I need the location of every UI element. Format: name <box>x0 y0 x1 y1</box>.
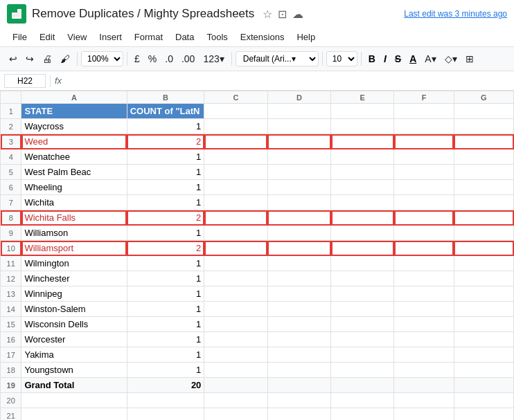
cell-empty-15-4[interactable] <box>454 317 513 332</box>
cell-b-4[interactable]: 1 <box>127 149 204 165</box>
cell-empty-3-1[interactable] <box>267 134 330 149</box>
cell-empty-7-2[interactable] <box>331 195 394 210</box>
cell-a-19[interactable]: Grand Total <box>21 378 127 393</box>
cell-empty-14-3[interactable] <box>394 302 454 317</box>
font-size-select[interactable]: 10 <box>326 51 357 66</box>
cell-empty-13-4[interactable] <box>454 286 513 302</box>
cell-empty-8-1[interactable] <box>267 210 330 226</box>
cell-empty-20-0[interactable] <box>204 393 267 408</box>
cell-empty-2-1[interactable] <box>267 119 330 134</box>
col-header-b[interactable]: B <box>127 91 204 104</box>
cell-empty-12-1[interactable] <box>267 271 330 286</box>
cell-empty-18-0[interactable] <box>204 363 267 378</box>
cell-empty-14-1[interactable] <box>267 302 330 317</box>
cell-empty-15-2[interactable] <box>331 317 394 332</box>
cell-b-16[interactable]: 1 <box>127 332 204 347</box>
cell-a-7[interactable]: Wichita <box>21 195 127 210</box>
menu-tools[interactable]: Tools <box>201 29 233 45</box>
cell-empty-7-3[interactable] <box>394 195 454 210</box>
cell-empty-8-3[interactable] <box>394 210 454 226</box>
cell-a-16[interactable]: Worcester <box>21 332 127 347</box>
cell-a-3[interactable]: Weed <box>21 134 127 149</box>
cell-empty-12-0[interactable] <box>204 271 267 286</box>
cell-empty-4-0[interactable] <box>204 149 267 165</box>
cell-empty-4-2[interactable] <box>331 149 394 165</box>
cell-empty-4-4[interactable] <box>454 149 513 165</box>
cell-empty-19-4[interactable] <box>454 378 513 393</box>
menu-help[interactable]: Help <box>291 29 321 45</box>
cell-empty-6-3[interactable] <box>394 180 454 195</box>
col-header-d[interactable]: D <box>267 91 330 104</box>
cell-a-1[interactable]: STATE <box>21 104 127 119</box>
percent-button[interactable]: % <box>145 51 160 66</box>
cell-empty-20-2[interactable] <box>331 393 394 408</box>
borders-button[interactable]: ⊞ <box>462 51 477 66</box>
cell-empty-9-4[interactable] <box>454 226 513 241</box>
cell-a-9[interactable]: Williamson <box>21 226 127 241</box>
print-button[interactable]: 🖨 <box>39 51 55 66</box>
cell-empty-12-2[interactable] <box>331 271 394 286</box>
menu-insert[interactable]: Insert <box>94 29 127 45</box>
cell-empty-4-1[interactable] <box>267 149 330 165</box>
cell-empty-10-1[interactable] <box>267 241 330 256</box>
cell-a-20[interactable] <box>21 393 127 408</box>
cell-a-2[interactable]: Waycross <box>21 119 127 134</box>
cell-empty-6-2[interactable] <box>331 180 394 195</box>
cell-b-9[interactable]: 1 <box>127 226 204 241</box>
bold-button[interactable]: B <box>365 52 379 66</box>
cell-empty-2-4[interactable] <box>454 119 513 134</box>
cell-empty-2-3[interactable] <box>394 119 454 134</box>
cell-a-5[interactable]: West Palm Beac <box>21 165 127 180</box>
cell-empty-2-2[interactable] <box>331 119 394 134</box>
cell-empty-21-3[interactable] <box>394 408 454 421</box>
cell-empty-3-2[interactable] <box>331 134 394 149</box>
cell-empty-16-2[interactable] <box>331 332 394 347</box>
cell-empty-17-3[interactable] <box>394 347 454 363</box>
cell-b-14[interactable]: 1 <box>127 302 204 317</box>
folder-icon[interactable]: ⊡ <box>278 8 287 21</box>
redo-button[interactable]: ↪ <box>22 51 37 66</box>
cell-empty-16-0[interactable] <box>204 332 267 347</box>
menu-file[interactable]: File <box>7 29 33 45</box>
cell-empty-9-2[interactable] <box>331 226 394 241</box>
cell-a-11[interactable]: Wilmington <box>21 256 127 271</box>
cell-empty-10-0[interactable] <box>204 241 267 256</box>
cell-empty-5-2[interactable] <box>331 165 394 180</box>
cell-empty-18-1[interactable] <box>267 363 330 378</box>
col-header-c[interactable]: C <box>204 91 267 104</box>
cloud-icon[interactable]: ☁ <box>292 8 303 21</box>
cell-empty-20-3[interactable] <box>394 393 454 408</box>
cell-empty-3-3[interactable] <box>394 134 454 149</box>
cell-empty-14-2[interactable] <box>331 302 394 317</box>
cell-a-12[interactable]: Winchester <box>21 271 127 286</box>
cell-empty-15-3[interactable] <box>394 317 454 332</box>
cell-empty-11-1[interactable] <box>267 256 330 271</box>
cell-empty-21-2[interactable] <box>331 408 394 421</box>
cell-empty-18-4[interactable] <box>454 363 513 378</box>
cell-empty-1-3[interactable] <box>394 104 454 119</box>
menu-format[interactable]: Format <box>129 29 168 45</box>
cell-empty-5-3[interactable] <box>394 165 454 180</box>
cell-empty-9-1[interactable] <box>267 226 330 241</box>
font-select[interactable]: Default (Ari...▾ <box>236 51 319 66</box>
cell-empty-2-0[interactable] <box>204 119 267 134</box>
cell-b-8[interactable]: 2 <box>127 210 204 226</box>
cell-a-15[interactable]: Wisconsin Dells <box>21 317 127 332</box>
cell-empty-3-4[interactable] <box>454 134 513 149</box>
menu-edit[interactable]: Edit <box>34 29 60 45</box>
cell-empty-21-4[interactable] <box>454 408 513 421</box>
cell-empty-16-4[interactable] <box>454 332 513 347</box>
cell-empty-6-1[interactable] <box>267 180 330 195</box>
undo-button[interactable]: ↩ <box>6 51 21 66</box>
decimal-more-button[interactable]: .00 <box>178 51 198 66</box>
cell-a-21[interactable] <box>21 408 127 421</box>
cell-empty-14-4[interactable] <box>454 302 513 317</box>
cell-b-12[interactable]: 1 <box>127 271 204 286</box>
cell-empty-13-0[interactable] <box>204 286 267 302</box>
cell-empty-17-0[interactable] <box>204 347 267 363</box>
cell-empty-11-3[interactable] <box>394 256 454 271</box>
cell-empty-14-0[interactable] <box>204 302 267 317</box>
cell-b-21[interactable] <box>127 408 204 421</box>
cell-empty-16-1[interactable] <box>267 332 330 347</box>
cell-empty-1-1[interactable] <box>267 104 330 119</box>
